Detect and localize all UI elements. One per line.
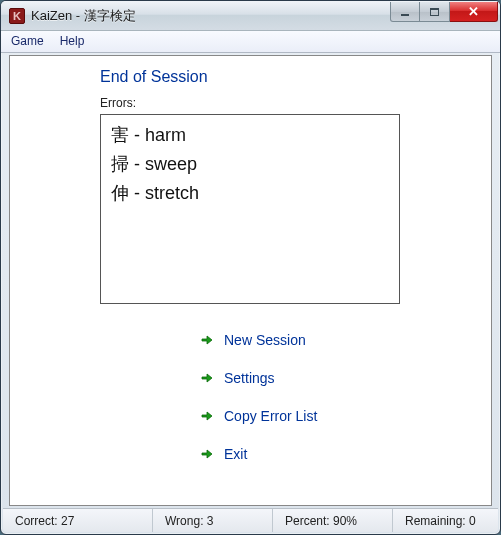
titlebar[interactable]: K KaiZen - 漢字検定 ✕ (1, 1, 500, 31)
statusbar: Correct: 27 Wrong: 3 Percent: 90% Remain… (3, 508, 498, 532)
settings-button[interactable]: Settings (200, 370, 491, 386)
arrow-right-icon (200, 371, 214, 385)
session-heading: End of Session (100, 68, 491, 86)
status-remaining: Remaining: 0 (393, 509, 498, 532)
status-wrong: Wrong: 3 (153, 509, 273, 532)
close-button[interactable]: ✕ (450, 2, 498, 22)
errors-list: 害 - harm 掃 - sweep 伸 - stretch (100, 114, 400, 304)
action-label: Settings (224, 370, 275, 386)
error-item: 伸 - stretch (111, 179, 389, 208)
action-label: Exit (224, 446, 247, 462)
menu-help[interactable]: Help (52, 32, 93, 51)
app-window: K KaiZen - 漢字検定 ✕ Game Help End of Sessi… (0, 0, 501, 535)
action-label: New Session (224, 332, 306, 348)
arrow-right-icon (200, 447, 214, 461)
status-percent: Percent: 90% (273, 509, 393, 532)
exit-button[interactable]: Exit (200, 446, 491, 462)
new-session-button[interactable]: New Session (200, 332, 491, 348)
app-icon: K (9, 8, 25, 24)
error-item: 掃 - sweep (111, 150, 389, 179)
action-label: Copy Error List (224, 408, 317, 424)
arrow-right-icon (200, 409, 214, 423)
error-item: 害 - harm (111, 121, 389, 150)
errors-label: Errors: (100, 96, 491, 110)
copy-error-list-button[interactable]: Copy Error List (200, 408, 491, 424)
window-controls: ✕ (390, 2, 498, 22)
actions-group: New Session Settings Copy Error List Exi… (200, 332, 491, 462)
status-correct: Correct: 27 (3, 509, 153, 532)
client-area: End of Session Errors: 害 - harm 掃 - swee… (9, 55, 492, 506)
arrow-right-icon (200, 333, 214, 347)
menubar: Game Help (1, 31, 500, 53)
maximize-button[interactable] (420, 2, 450, 22)
minimize-button[interactable] (390, 2, 420, 22)
menu-game[interactable]: Game (3, 32, 52, 51)
